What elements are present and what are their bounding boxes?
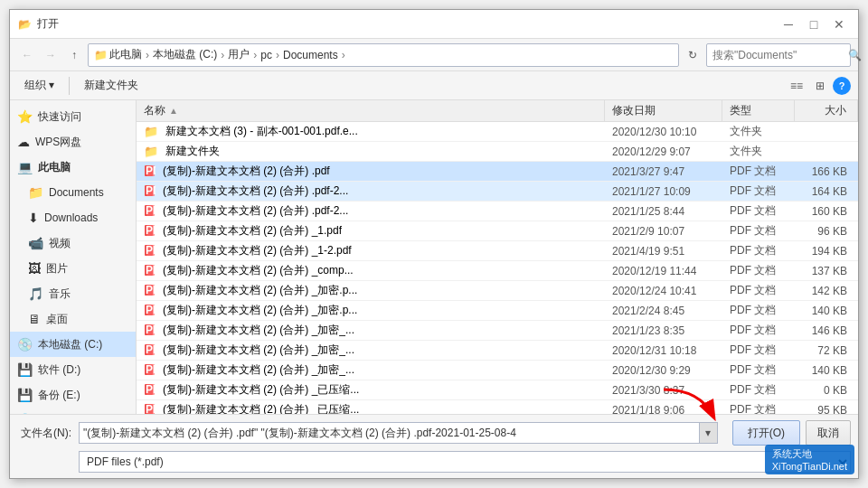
table-row[interactable]: PDF(复制)-新建文本文档 (2) (合并) _已压缩...2021/1/18… — [137, 400, 858, 414]
sidebar-item-videos[interactable]: 📹 视频 — [10, 230, 136, 256]
cell-type: 文件夹 — [722, 142, 795, 161]
breadcrumb-c[interactable]: 本地磁盘 (C:) — [153, 47, 217, 62]
cell-name: PDF(复制)-新建文本文档 (2) (合并) _加密.p... — [137, 281, 605, 300]
col-header-type[interactable]: 类型 — [722, 100, 795, 121]
sidebar-item-network[interactable]: 🌐 网络 — [10, 408, 136, 414]
file-name-text: (复制)-新建文本文档 (2) (合并) _加密.p... — [163, 303, 357, 318]
documents-icon: 📁 — [28, 185, 43, 200]
new-folder-button[interactable]: 新建文件夹 — [77, 75, 146, 97]
cell-name: PDF(复制)-新建文本文档 (2) (合并) .pdf-2... — [137, 202, 605, 221]
svg-text:PDF: PDF — [146, 165, 156, 177]
forward-button[interactable]: → — [41, 45, 61, 65]
breadcrumb-users[interactable]: 用户 — [228, 47, 250, 62]
search-input[interactable] — [712, 49, 848, 61]
sidebar-item-label: Downloads — [44, 211, 98, 224]
pdf-icon: PDF — [144, 264, 156, 278]
table-row[interactable]: 📁新建文件夹2020/12/29 9:07文件夹 — [137, 142, 858, 162]
sidebar-item-downloads[interactable]: ⬇ Downloads — [10, 205, 136, 230]
sidebar-item-local-c[interactable]: 💿 本地磁盘 (C:) — [10, 332, 136, 357]
sidebar-item-disk-e[interactable]: 💾 备份 (E:) — [10, 382, 136, 408]
file-name-text: (复制)-新建文本文档 (2) (合并) _加密_... — [163, 362, 354, 378]
cell-name: PDF(复制)-新建文本文档 (2) (合并) _已压缩... — [137, 400, 605, 414]
file-list-body: 📁新建文本文档 (3) - 副本-001-001.pdf.e...2020/12… — [137, 122, 858, 414]
breadcrumb-documents[interactable]: Documents — [283, 49, 338, 61]
table-row[interactable]: PDF(复制)-新建文本文档 (2) (合并) _加密_...2021/1/23… — [137, 321, 858, 341]
sidebar-item-quick-access[interactable]: ⭐ 快速访问 — [10, 104, 136, 129]
col-header-size[interactable]: 大小 — [795, 100, 858, 121]
organize-button[interactable]: 组织 ▾ — [17, 75, 61, 97]
file-name-text: (复制)-新建文本文档 (2) (合并) _comp... — [163, 263, 354, 278]
sidebar-item-wps[interactable]: ☁ WPS网盘 — [10, 129, 136, 155]
file-name-text: (复制)-新建文本文档 (2) (合并) .pdf-2... — [163, 183, 348, 199]
help-button[interactable]: ? — [833, 77, 851, 95]
cell-date: 2021/1/27 10:09 — [605, 182, 722, 201]
pdf-icon: PDF — [144, 383, 156, 398]
pdf-icon: PDF — [144, 304, 156, 318]
pdf-icon: PDF — [144, 244, 156, 258]
table-row[interactable]: 📁新建文本文档 (3) - 副本-001-001.pdf.e...2020/12… — [137, 122, 858, 142]
breadcrumb-pc[interactable]: 此电脑 — [109, 47, 142, 62]
cell-type: PDF 文档 — [722, 281, 795, 300]
cell-size — [795, 122, 858, 141]
filename-input[interactable] — [79, 422, 700, 444]
table-row[interactable]: PDF(复制)-新建文本文档 (2) (合并) _加密_...2020/12/3… — [137, 361, 858, 380]
cell-name: PDF(复制)-新建文本文档 (2) (合并) _加密.p... — [137, 301, 605, 320]
sidebar-item-this-pc[interactable]: 💻 此电脑 — [10, 155, 136, 180]
cell-name: PDF(复制)-新建文本文档 (2) (合并) .pdf — [137, 162, 605, 181]
table-row[interactable]: PDF(复制)-新建文本文档 (2) (合并) _comp...2020/12/… — [137, 261, 858, 281]
sidebar-item-documents[interactable]: 📁 Documents — [10, 180, 136, 205]
cell-type: PDF 文档 — [722, 321, 795, 340]
table-row[interactable]: PDF(复制)-新建文本文档 (2) (合并) _加密.p...2020/12/… — [137, 281, 858, 301]
sidebar-item-music[interactable]: 🎵 音乐 — [10, 281, 136, 306]
sidebar-item-label: 此电脑 — [38, 160, 71, 175]
table-row[interactable]: PDF(复制)-新建文本文档 (2) (合并) _已压缩...2021/3/30… — [137, 380, 858, 400]
cell-date: 2021/1/23 8:35 — [605, 321, 722, 340]
minimize-button[interactable]: ─ — [777, 14, 800, 34]
table-row[interactable]: PDF(复制)-新建文本文档 (2) (合并) _加密_...2020/12/3… — [137, 341, 858, 361]
close-button[interactable]: ✕ — [827, 14, 851, 34]
filetype-select[interactable]: PDF files (*.pdf) — [79, 451, 851, 473]
cell-date: 2020/12/30 9:29 — [605, 361, 722, 380]
cell-type: PDF 文档 — [722, 261, 795, 280]
cell-type: PDF 文档 — [722, 221, 795, 240]
sidebar-item-pictures[interactable]: 🖼 图片 — [10, 256, 136, 281]
cell-date: 2021/2/24 8:45 — [605, 301, 722, 320]
cell-date: 2021/3/30 8:37 — [605, 380, 722, 399]
open-button[interactable]: 打开(O) — [732, 420, 800, 446]
table-row[interactable]: PDF(复制)-新建文本文档 (2) (合并) _1.pdf2021/2/9 1… — [137, 221, 858, 241]
cell-name: PDF(复制)-新建文本文档 (2) (合并) _加密_... — [137, 361, 605, 380]
address-bar: ← → ↑ 📁 此电脑 › 本地磁盘 (C:) › 用户 › pc › Docu… — [10, 39, 858, 71]
cell-type: PDF 文档 — [722, 400, 795, 414]
folder-icon: 📁 — [144, 125, 158, 138]
cell-name: PDF(复制)-新建文本文档 (2) (合并) .pdf-2... — [137, 182, 605, 201]
col-header-date[interactable]: 修改日期 — [605, 100, 722, 121]
cell-type: PDF 文档 — [722, 182, 795, 201]
back-button[interactable]: ← — [17, 45, 37, 65]
filename-dropdown-arrow[interactable]: ▾ — [700, 422, 718, 444]
breadcrumb-pc-user[interactable]: pc — [260, 49, 272, 61]
maximize-button[interactable]: □ — [802, 14, 826, 34]
sidebar-item-label: 视频 — [49, 236, 71, 251]
cell-name: 📁新建文件夹 — [137, 142, 605, 161]
sidebar-item-desktop[interactable]: 🖥 桌面 — [10, 306, 136, 332]
cell-name: 📁新建文本文档 (3) - 副本-001-001.pdf.e... — [137, 122, 605, 141]
table-row[interactable]: PDF(复制)-新建文本文档 (2) (合并) .pdf-2...2021/1/… — [137, 202, 858, 221]
sidebar-item-label: 本地磁盘 (C:) — [38, 337, 102, 352]
view-grid-button[interactable]: ⊞ — [809, 75, 831, 97]
up-button[interactable]: ↑ — [64, 45, 84, 65]
dialog-window: 📂 打开 ─ □ ✕ ← → ↑ 📁 此电脑 › 本地磁盘 (C:) › 用户 … — [9, 9, 859, 479]
refresh-button[interactable]: ↻ — [683, 45, 703, 65]
cell-size: 142 KB — [795, 281, 858, 300]
pdf-icon: PDF — [144, 363, 156, 378]
view-icons: ≡≡ ⊞ ? — [786, 75, 851, 97]
table-row[interactable]: PDF(复制)-新建文本文档 (2) (合并) _1-2.pdf2021/4/1… — [137, 241, 858, 261]
view-list-button[interactable]: ≡≡ — [786, 75, 807, 97]
cell-type: PDF 文档 — [722, 202, 795, 221]
table-row[interactable]: PDF(复制)-新建文本文档 (2) (合并) _加密.p...2021/2/2… — [137, 301, 858, 321]
table-row[interactable]: PDF(复制)-新建文本文档 (2) (合并) .pdf2021/3/27 9:… — [137, 162, 858, 182]
table-row[interactable]: PDF(复制)-新建文本文档 (2) (合并) .pdf-2...2021/1/… — [137, 182, 858, 202]
filetype-row: PDF files (*.pdf) — [17, 451, 851, 473]
cancel-button[interactable]: 取消 — [806, 420, 851, 446]
col-header-name[interactable]: 名称 ▲ — [137, 100, 605, 121]
sidebar-item-disk-d[interactable]: 💾 软件 (D:) — [10, 357, 136, 382]
